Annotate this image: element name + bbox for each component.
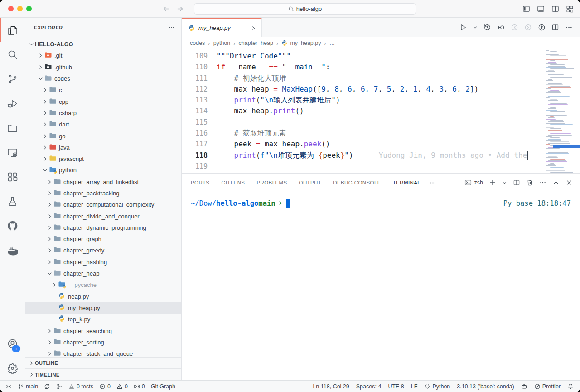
tree-item-python[interactable]: python [25, 165, 181, 176]
code-line-116[interactable]: 116 # 获取堆顶元素 [182, 128, 542, 139]
history-icon[interactable] [483, 24, 491, 31]
status-warnings[interactable]: 0 [116, 383, 128, 390]
code-line-111[interactable]: 111 # 初始化大顶堆 [182, 73, 542, 84]
activity-item-run-debug[interactable] [0, 91, 25, 116]
status-prettier[interactable]: Prettier [534, 383, 561, 390]
status-tests[interactable]: 0 tests [68, 383, 93, 390]
code-line-110[interactable]: 110if __name__ == "__main__": [182, 62, 542, 73]
split-icon[interactable] [551, 24, 559, 31]
open-changes-icon[interactable] [497, 24, 505, 31]
breadcrumb-item[interactable]: chapter_heap [239, 40, 273, 46]
activity-item-search[interactable] [0, 42, 25, 67]
command-center-search[interactable]: hello-algo [194, 3, 416, 15]
tree-item-chapter_dynamic_programming[interactable]: chapter_dynamic_programming [25, 222, 181, 233]
tree-item-__pycache__[interactable]: __pycache__ [25, 279, 181, 290]
minimap[interactable] [542, 49, 580, 173]
status-sync-changes[interactable] [44, 383, 50, 390]
run-circle-icon[interactable] [538, 24, 546, 31]
tree-item-.github[interactable]: .github [25, 62, 181, 73]
tree-item-heap.py[interactable]: heap.py [25, 291, 181, 302]
activity-item-extensions[interactable] [0, 165, 25, 189]
panel-tab-gitlens[interactable]: GITLENS [221, 174, 245, 192]
forward-button[interactable] [176, 5, 184, 13]
status-errors[interactable]: 0 [99, 383, 111, 390]
tree-item-top_k.py[interactable]: top_k.py [25, 314, 181, 325]
breadcrumb-item[interactable]: my_heap.py [281, 40, 321, 46]
back-button[interactable] [162, 5, 170, 13]
tree-item-hello-algo[interactable]: HELLO-ALGO [25, 39, 181, 50]
code-line-109[interactable]: 109"""Driver Code""" [182, 51, 542, 62]
panel-tab-terminal[interactable]: TERMINAL [393, 174, 420, 192]
activity-item-folder[interactable] [0, 116, 25, 140]
tree-item-chapter_sorting[interactable]: chapter_sorting [25, 337, 181, 348]
code-line-119[interactable]: 119 [182, 161, 542, 172]
tree-item-.git[interactable]: .git [25, 50, 181, 61]
status-language-mode[interactable]: Python [424, 383, 450, 390]
activity-item-files[interactable] [0, 18, 25, 42]
minimize-window-button[interactable] [17, 6, 23, 11]
tree-item-chapter_searching[interactable]: chapter_searching [25, 325, 181, 336]
maximize-panel-icon[interactable] [552, 179, 560, 186]
kill-terminal-icon[interactable] [526, 179, 533, 186]
tree-item-chapter_array_and_linkedlist[interactable]: chapter_array_and_linkedlist [25, 176, 181, 188]
terminal[interactable]: ~/Dow/ hello-algo main Py base 18:18:47 [182, 192, 580, 380]
terminal-shell-icon[interactable] [464, 179, 472, 186]
breadcrumb-item[interactable]: … [329, 40, 335, 46]
tree-item-cpp[interactable]: cpp [25, 96, 181, 107]
tree-item-java[interactable]: java [25, 142, 181, 153]
tree-item-chapter_hashing[interactable]: chapter_hashing [25, 256, 181, 268]
status-remote-indicator[interactable] [5, 383, 12, 390]
code-line-113[interactable]: 113 print("\n输入列表并建堆后") [182, 95, 542, 106]
status-git-graph-button[interactable] [56, 383, 63, 390]
code-line-115[interactable]: 115 [182, 117, 542, 128]
status-git-graph-label[interactable]: Git Graph [151, 383, 175, 390]
tree-item-c[interactable]: c [25, 84, 181, 96]
activity-item-source-control[interactable] [0, 67, 25, 91]
zoom-window-button[interactable] [26, 6, 32, 11]
split-terminal-icon[interactable] [513, 179, 520, 186]
panel-tab-output[interactable]: OUTPUT [299, 174, 322, 192]
tree-item-chapter_divide_and_conquer[interactable]: chapter_divide_and_conquer [25, 210, 181, 222]
layout-panel-icon[interactable] [537, 5, 545, 13]
activity-item-testing[interactable] [0, 189, 25, 213]
more-icon[interactable] [565, 24, 573, 31]
outline-section[interactable]: OUTLINE [25, 357, 181, 369]
play-icon[interactable] [459, 24, 467, 31]
tree-item-chapter_greedy[interactable]: chapter_greedy [25, 245, 181, 256]
explorer-more-actions-icon[interactable] [168, 24, 175, 31]
status-eol[interactable]: LF [411, 383, 418, 390]
status-git-branch[interactable]: main [18, 383, 38, 390]
status-cursor-position[interactable]: Ln 118, Col 29 [313, 383, 349, 390]
panel-tab-problems[interactable]: PROBLEMS [256, 174, 287, 192]
tree-item-chapter_stack_and_queue[interactable]: chapter_stack_and_queue [25, 348, 181, 357]
activity-item-accounts[interactable]: 1 [0, 331, 25, 356]
activity-item-github[interactable] [0, 213, 25, 238]
tree-item-chapter_heap[interactable]: chapter_heap [25, 268, 181, 279]
status-indentation[interactable]: Spaces: 4 [356, 383, 382, 390]
tree-item-codes[interactable]: codes [25, 73, 181, 84]
activity-item-docker[interactable] [0, 238, 25, 262]
status-copilot[interactable] [521, 383, 527, 390]
shell-label[interactable]: zsh [474, 179, 483, 186]
code-editor[interactable]: 109"""Driver Code"""110if __name__ == "_… [182, 49, 580, 173]
code-line-112[interactable]: 112 max_heap = MaxHeap([9, 8, 6, 6, 7, 5… [182, 84, 542, 95]
tree-item-chapter_graph[interactable]: chapter_graph [25, 233, 181, 245]
breadcrumb-item[interactable]: codes [190, 40, 205, 46]
tree-item-go[interactable]: go [25, 130, 181, 141]
caret-down-icon[interactable] [473, 25, 478, 30]
status-python-interpreter[interactable]: 3.10.13 ('base': conda) [457, 383, 514, 390]
breadcrumb-item[interactable]: python [213, 40, 231, 46]
panel-tab-ports[interactable]: PORTS [191, 174, 209, 192]
status-notifications[interactable] [567, 383, 574, 390]
code-line-117[interactable]: 117 peek = max_heap.peek() [182, 139, 542, 150]
tree-item-chapter_backtracking[interactable]: chapter_backtracking [25, 188, 181, 199]
more-icon[interactable] [430, 179, 436, 186]
close-window-button[interactable] [8, 6, 14, 11]
timeline-section[interactable]: TIMELINE [25, 368, 181, 380]
tree-item-my_heap.py[interactable]: my_heap.py [25, 302, 181, 314]
tree-item-dart[interactable]: dart [25, 119, 181, 130]
tree-item-chapter_computational_complexity[interactable]: chapter_computational_complexity [25, 199, 181, 210]
layout-sidebar-left-icon[interactable] [522, 5, 530, 13]
close-tab-icon[interactable] [251, 25, 257, 31]
status-forwarded-ports[interactable]: 0 [134, 383, 145, 390]
